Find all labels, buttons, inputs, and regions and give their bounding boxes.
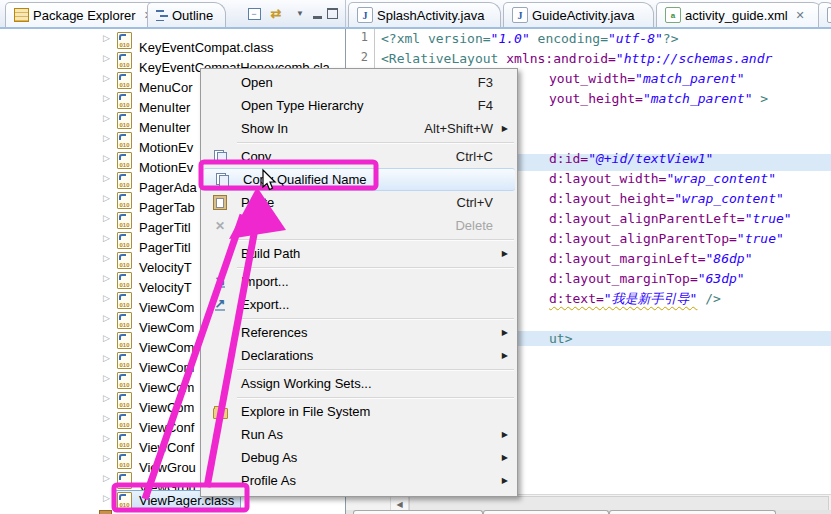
package-explorer-icon bbox=[14, 8, 29, 22]
code-line[interactable]: d:layout_width="wrap_content" bbox=[549, 169, 831, 189]
class-file-icon: 010 bbox=[117, 272, 132, 289]
menu-item[interactable]: Declarations ▶ bbox=[201, 344, 517, 367]
expand-arrow-icon[interactable]: ▷ bbox=[103, 113, 110, 123]
code-line[interactable]: d:text="我是新手引导" /> bbox=[549, 289, 831, 309]
menu-item[interactable]: Run As ▶ bbox=[201, 423, 517, 446]
code-line[interactable]: yout_height="match_parent" > bbox=[549, 89, 831, 109]
menu-item[interactable]: Explore in File System ▶ bbox=[201, 400, 517, 423]
menu-item-label: Paste bbox=[241, 195, 274, 210]
menu-item[interactable]: Copy Ctrl+C ▶ bbox=[201, 145, 517, 168]
copy-icon bbox=[214, 150, 227, 163]
class-file-icon: 010 bbox=[117, 252, 132, 269]
page-tab[interactable] bbox=[483, 510, 609, 514]
tree-item[interactable]: ▷ 010 KeyEventCompatHoneycomb.cla bbox=[0, 50, 329, 70]
menu-item[interactable]: Show In Alt+Shift+W ▶ bbox=[201, 117, 517, 140]
expand-arrow-icon[interactable]: ▷ bbox=[103, 73, 110, 83]
expand-arrow-icon[interactable]: ▷ bbox=[103, 313, 110, 323]
tab-partial[interactable]: J bbox=[818, 2, 831, 27]
menu-item[interactable]: ✕ Delete Delete ▶ bbox=[201, 214, 517, 237]
view-menu-icon[interactable]: ▼ bbox=[292, 6, 308, 21]
expand-arrow-icon[interactable]: ▷ bbox=[103, 53, 110, 63]
xml-file-icon: a bbox=[665, 7, 681, 23]
expand-arrow-icon[interactable]: ▷ bbox=[103, 433, 110, 443]
class-file-icon: 010 bbox=[117, 172, 132, 189]
expand-arrow-icon[interactable]: ▷ bbox=[103, 373, 110, 383]
code-line[interactable]: <RelativeLayout xmlns:android="http://sc… bbox=[381, 49, 831, 69]
code-line[interactable]: yout_width="match_parent" bbox=[549, 69, 831, 89]
editor-tab[interactable]: J GuideActivity.java bbox=[503, 2, 654, 27]
code-line[interactable]: d:id="@+id/textView1" bbox=[549, 149, 831, 169]
editor-tabstrip: J SplashActivity.java J GuideActivity.ja… bbox=[345, 0, 831, 29]
menu-item[interactable]: Assign Working Sets... ▶ bbox=[201, 372, 517, 395]
maximize-icon[interactable] bbox=[324, 6, 340, 21]
expand-arrow-icon[interactable]: ▷ bbox=[103, 153, 110, 163]
line-number: 2 bbox=[348, 50, 368, 64]
minimize-icon[interactable] bbox=[309, 6, 325, 21]
menu-item-label: Copy Qualified Name bbox=[243, 172, 367, 187]
expand-arrow-icon[interactable]: ▷ bbox=[103, 273, 110, 283]
page-tab[interactable] bbox=[353, 510, 483, 514]
code-line[interactable]: d:layout_marginLeft="86dp" bbox=[549, 249, 831, 269]
expand-arrow-icon[interactable]: ▷ bbox=[103, 233, 110, 243]
menu-item[interactable]: ↗ Export... ▶ bbox=[201, 293, 517, 316]
code-line[interactable]: d:layout_marginTop="63dp" bbox=[549, 269, 831, 289]
expand-arrow-icon[interactable]: ▷ bbox=[103, 213, 110, 223]
tab-package-explorer[interactable]: Package Explorer ✕ bbox=[5, 2, 162, 27]
code-line[interactable]: ut> bbox=[549, 329, 831, 349]
menu-item-label: Debug As bbox=[241, 450, 297, 465]
expand-arrow-icon[interactable]: ▷ bbox=[103, 333, 110, 343]
class-file-icon: 010 bbox=[117, 432, 132, 449]
menu-item[interactable]: Copy Qualified Name ▶ bbox=[203, 168, 515, 191]
menu-item[interactable]: Open F3 ▶ bbox=[201, 71, 517, 94]
menu-item-shortcut: Delete bbox=[455, 218, 493, 233]
editor-tab[interactable]: J SplashActivity.java bbox=[348, 2, 501, 27]
link-with-editor-icon[interactable]: ⇄ bbox=[268, 6, 284, 21]
expand-arrow-icon[interactable]: ▷ bbox=[103, 393, 110, 403]
editor-tab-label: GuideActivity.java bbox=[532, 8, 634, 23]
class-file-icon: 010 bbox=[117, 152, 132, 169]
code-line[interactable]: <?xml version="1.0" encoding="utf-8"?> bbox=[381, 29, 831, 49]
expand-arrow-icon[interactable]: ▷ bbox=[103, 453, 110, 463]
code-line[interactable]: d:layout_alignParentLeft="true" bbox=[549, 209, 831, 229]
expand-arrow-icon[interactable]: ▷ bbox=[103, 253, 110, 263]
class-file-icon: 010 bbox=[117, 492, 132, 509]
class-file-icon: 010 bbox=[117, 32, 132, 49]
menu-item-icon bbox=[205, 195, 235, 210]
context-menu: Open F3 ▶ Open Type Hierarchy F4 ▶ Show … bbox=[200, 68, 518, 497]
tab-outline[interactable]: Outline bbox=[147, 2, 226, 27]
code-line[interactable]: d:layout_height="wrap_content" bbox=[549, 189, 831, 209]
menu-item[interactable]: Debug As ▶ bbox=[201, 446, 517, 469]
menu-item-label: Export... bbox=[241, 297, 289, 312]
menu-item[interactable]: Build Path ▶ bbox=[201, 242, 517, 265]
outline-icon bbox=[156, 9, 168, 21]
partial-tree-item-icon bbox=[99, 510, 112, 514]
menu-item[interactable]: Paste Ctrl+V ▶ bbox=[201, 191, 517, 214]
expand-arrow-icon[interactable]: ▷ bbox=[103, 293, 110, 303]
expand-arrow-icon[interactable]: ▷ bbox=[103, 473, 110, 483]
expand-arrow-icon[interactable]: ▷ bbox=[103, 173, 110, 183]
collapse-all-icon[interactable]: − bbox=[246, 6, 262, 21]
expand-arrow-icon[interactable]: ▷ bbox=[103, 93, 110, 103]
menu-item[interactable]: Profile As ▶ bbox=[201, 469, 517, 492]
expand-arrow-icon[interactable]: ▷ bbox=[103, 33, 110, 43]
tree-item[interactable]: ▷ 010 KeyEventCompat.class bbox=[0, 30, 329, 50]
expand-arrow-icon[interactable]: ▷ bbox=[103, 353, 110, 363]
menu-item[interactable]: Open Type Hierarchy F4 ▶ bbox=[201, 94, 517, 117]
java-file-icon: J bbox=[357, 7, 373, 23]
expand-arrow-icon[interactable]: ▷ bbox=[103, 193, 110, 203]
menu-item-shortcut: Ctrl+C bbox=[456, 149, 493, 164]
expand-arrow-icon[interactable]: ▷ bbox=[103, 413, 110, 423]
close-icon[interactable]: ✕ bbox=[796, 9, 805, 22]
menu-item-icon: ↗ bbox=[205, 298, 235, 311]
page-tab[interactable] bbox=[609, 510, 776, 514]
code-line[interactable]: d:layout_alignParentTop="true" bbox=[549, 229, 831, 249]
class-file-icon: 010 bbox=[117, 72, 132, 89]
menu-item[interactable]: ↘ Import... ▶ bbox=[201, 270, 517, 293]
expand-arrow-icon[interactable]: ▷ bbox=[103, 133, 110, 143]
line-number: 1 bbox=[348, 30, 368, 44]
expand-arrow-icon[interactable]: ▷ bbox=[103, 493, 110, 503]
menu-item[interactable]: References ▶ bbox=[201, 321, 517, 344]
menu-item-label: Profile As bbox=[241, 473, 296, 488]
submenu-arrow-icon: ▶ bbox=[502, 351, 508, 360]
editor-tab[interactable]: a activity_guide.xml ✕ bbox=[656, 2, 824, 27]
